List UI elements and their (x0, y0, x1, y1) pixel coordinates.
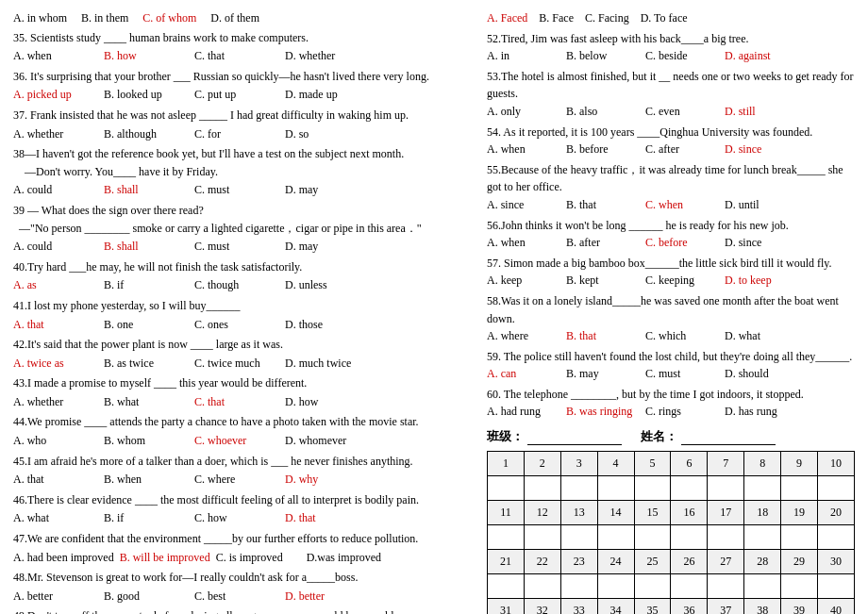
grid-answer-30[interactable] (818, 574, 855, 599)
question-44: 44.We promise ____ attends the party a c… (13, 413, 477, 449)
grid-num-14: 14 (597, 501, 634, 525)
q40-b: B. if (104, 276, 189, 294)
q59-d: D. should (725, 365, 800, 383)
q40-a: A. as (13, 276, 98, 294)
question-39: 39 — What does the sign over there read?… (13, 202, 477, 256)
grid-answer-29[interactable] (781, 574, 818, 599)
q56-text: 56.John thinks it won't be long ______ h… (487, 217, 855, 235)
grid-answer-4[interactable] (597, 476, 634, 501)
q48-c: C. best (194, 588, 279, 606)
grid-answer-5[interactable] (634, 476, 671, 501)
grid-num-5: 5 (634, 452, 671, 476)
question-41: 41.I lost my phone yesterday, so I will … (13, 297, 477, 333)
question-43: 43.I made a promise to myself ____ this … (13, 374, 477, 410)
grid-num-4: 4 (597, 452, 634, 476)
q59-c: C. must (645, 365, 721, 383)
q47-text: 47.We are confident that the environment… (13, 530, 477, 548)
answer-grid: 12345678910 11121314151617181920 2122232… (487, 451, 855, 614)
class-line (527, 429, 622, 445)
grid-num-11: 11 (488, 501, 525, 525)
intro-line: A. in whom B. in them C. of whom D. of t… (13, 9, 477, 27)
q60-b: B. was ringing (566, 403, 642, 421)
grid-answer-23[interactable] (560, 574, 597, 599)
grid-answer-16[interactable] (671, 525, 708, 550)
grid-num-32: 32 (524, 599, 560, 614)
q55-text: 55.Because of the heavy traffic，it was a… (487, 161, 855, 196)
name-line (681, 429, 776, 445)
grid-answer-27[interactable] (708, 574, 744, 599)
grid-answer-7[interactable] (708, 476, 744, 501)
grid-answer-1[interactable] (488, 476, 525, 501)
question-57: 57. Simon made a big bamboo box______the… (487, 255, 855, 290)
q42-c: C. twice much (194, 355, 279, 373)
grid-answer-6[interactable] (671, 476, 708, 501)
q46-c: C. how (194, 509, 279, 527)
grid-answer-18[interactable] (744, 525, 781, 550)
q42-text: 42.It's said that the power plant is now… (13, 336, 477, 354)
grid-answer-21[interactable] (488, 574, 525, 599)
grid-answer-14[interactable] (597, 525, 634, 550)
grid-answer-13[interactable] (560, 525, 597, 550)
question-36: 36. It's surprising that your brother __… (13, 68, 477, 104)
grid-num-22: 22 (524, 550, 560, 574)
q40-d: D. unless (285, 276, 370, 294)
grid-num-6: 6 (671, 452, 708, 476)
grid-num-15: 15 (634, 501, 671, 525)
grid-answer-26[interactable] (671, 574, 708, 599)
q36-c: C. put up (194, 86, 279, 104)
grid-num-21: 21 (488, 550, 525, 574)
q58-b: B. that (566, 327, 642, 345)
grid-answer-15[interactable] (634, 525, 671, 550)
question-37: 37. Frank insisted that he was not aslee… (13, 107, 477, 142)
q43-c: C. that (194, 393, 279, 411)
grid-answer-9[interactable] (781, 476, 818, 501)
q59-text: 59. The police still haven't found the l… (487, 348, 855, 366)
q39-b: B. shall (104, 238, 189, 256)
grid-answer-22[interactable] (524, 574, 560, 599)
grid-answer-8[interactable] (744, 476, 781, 501)
q48-b: B. good (104, 588, 189, 606)
q52-a: A. in (487, 47, 562, 65)
q49-text: 49.Don't turn off the computer before cl… (13, 607, 477, 614)
grid-num-9: 9 (781, 452, 818, 476)
right-intro: A. Faced B. Face C. Facing D. To face (487, 9, 855, 27)
class-label: 班级： (487, 428, 622, 445)
q57-text: 57. Simon made a big bamboo box______the… (487, 255, 855, 273)
grid-num-13: 13 (560, 501, 597, 525)
grid-answer-25[interactable] (634, 574, 671, 599)
grid-answer-19[interactable] (781, 525, 818, 550)
grid-answer-2[interactable] (524, 476, 560, 501)
grid-answer-20[interactable] (818, 525, 855, 550)
q36-text: 36. It's surprising that your brother __… (13, 68, 477, 86)
grid-num-33: 33 (560, 599, 597, 614)
right-column: A. Faced B. Face C. Facing D. To face 52… (487, 9, 855, 614)
q41-b: B. one (104, 316, 189, 334)
q56-c: C. before (645, 234, 721, 252)
grid-num-3: 3 (560, 452, 597, 476)
left-column: A. in whom B. in them C. of whom D. of t… (13, 9, 477, 614)
q47-b: B. will be improved (120, 549, 210, 567)
grid-answer-11[interactable] (488, 525, 525, 550)
q38-b: B. shall (104, 181, 189, 199)
q45-a: A. that (13, 471, 98, 489)
grid-answer-10[interactable] (818, 476, 855, 501)
grid-answer-17[interactable] (708, 525, 744, 550)
grid-num-35: 35 (634, 599, 671, 614)
q57-a: A. keep (487, 272, 562, 290)
q54-a: A. when (487, 141, 562, 158)
grid-answer-12[interactable] (524, 525, 560, 550)
q53-c: C. even (645, 103, 721, 121)
question-54: 54. As it reported, it is 100 years ____… (487, 124, 855, 158)
grid-answer-28[interactable] (744, 574, 781, 599)
q57-b: B. kept (566, 272, 642, 290)
q60-c: C. rings (645, 403, 721, 421)
q46-b: B. if (104, 509, 189, 527)
question-53: 53.The hotel is almost finished, but it … (487, 68, 855, 121)
q57-d: D. to keep (725, 272, 800, 290)
q60-a: A. had rung (487, 403, 562, 421)
q56-d: D. since (725, 234, 800, 252)
q58-d: D. what (725, 327, 800, 345)
grid-answer-24[interactable] (597, 574, 634, 599)
q42-b: B. as twice (104, 355, 189, 373)
grid-answer-3[interactable] (560, 476, 597, 501)
